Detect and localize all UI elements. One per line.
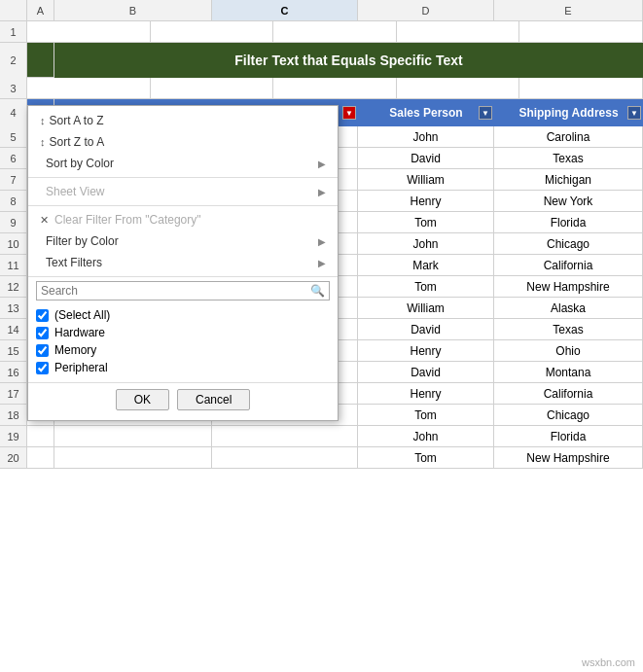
rownum-2: 2: [0, 43, 27, 78]
checkbox-item[interactable]: Hardware: [36, 324, 330, 341]
filter-salesperson-btn[interactable]: ▼: [479, 106, 492, 120]
rownum-13: 13: [0, 298, 27, 318]
cell-salesperson-5: John: [358, 126, 494, 147]
header-salesperson: Sales Person ▼: [358, 99, 494, 126]
checkbox-item[interactable]: Memory: [36, 341, 330, 359]
sort-z-a-item[interactable]: ↕Sort Z to A: [28, 131, 338, 153]
cell-salesperson-14: David: [358, 319, 494, 339]
cell-shipping-9: Florida: [494, 212, 643, 232]
cell-category-19: [212, 426, 358, 446]
sheet-view-item[interactable]: Sheet View ▶: [28, 181, 338, 202]
arrow-icon-3: ▶: [318, 236, 326, 247]
divider-1: [28, 177, 338, 178]
rownum-15: 15: [0, 340, 27, 361]
checkbox-1[interactable]: [36, 327, 49, 339]
cell-shipping-15: Ohio: [494, 340, 643, 361]
spreadsheet: A B C D E 1 2 Filter Text that Equals Sp…: [0, 0, 643, 672]
cell-shipping-14: Texas: [494, 319, 643, 339]
col-header-a: A: [27, 0, 54, 20]
cell-category-20: [212, 447, 358, 468]
rownum-17: 17: [0, 383, 27, 404]
page-title: Filter Text that Equals Specific Text: [54, 43, 643, 78]
checkbox-2[interactable]: [36, 344, 49, 357]
col-header-e: E: [494, 0, 643, 20]
rownum-14: 14: [0, 319, 27, 339]
filter-shipping-btn[interactable]: ▼: [627, 106, 641, 120]
cell-shipping-16: Montana: [494, 362, 643, 382]
sort-az-icon: ↕: [40, 115, 46, 126]
cell-salesperson-11: Mark: [358, 255, 494, 275]
clear-filter-icon: ✕: [40, 214, 49, 226]
row-1: 1: [0, 21, 643, 43]
rownum-16: 16: [0, 362, 27, 382]
arrow-icon-4: ▶: [318, 258, 326, 268]
rownum-19: 19: [0, 426, 27, 446]
col-header-b: B: [54, 0, 212, 20]
cell-shipping-12: New Hampshire: [494, 276, 643, 297]
ok-button[interactable]: OK: [116, 389, 169, 410]
corner-cell: [0, 0, 27, 20]
cell-shipping-7: Michigan: [494, 169, 643, 190]
sort-a-z-item[interactable]: ↕Sort A to Z: [28, 110, 338, 131]
arrow-icon-2: ▶: [318, 187, 326, 197]
rownum-12: 12: [0, 276, 27, 297]
arrow-icon: ▶: [318, 159, 326, 169]
filter-by-color-item[interactable]: Filter by Color ▶: [28, 230, 338, 252]
cell-a-20: [27, 447, 54, 468]
rownum-3: 3: [0, 78, 27, 98]
category-dropdown: ↕Sort A to Z ↕Sort Z to A Sort by Color …: [27, 105, 339, 421]
filter-category-btn[interactable]: ▼: [342, 106, 356, 120]
cell-salesperson-8: Henry: [358, 191, 494, 211]
cell-shipping-6: Texas: [494, 148, 643, 168]
col-header-c: C: [212, 0, 358, 20]
checkbox-0[interactable]: [36, 309, 49, 322]
cell-product-20: [54, 447, 212, 468]
col-header-row: A B C D E: [0, 0, 643, 21]
cell-salesperson-15: Henry: [358, 340, 494, 361]
rownum-1: 1: [0, 21, 27, 42]
table-row: 20 Tom New Hampshire: [0, 447, 643, 469]
cell-shipping-8: New York: [494, 191, 643, 211]
rownum-4: 4: [0, 99, 27, 126]
cell-shipping-13: Alaska: [494, 298, 643, 318]
cell-shipping-19: Florida: [494, 426, 643, 446]
checkbox-list: (Select All)HardwareMemoryPeripheral: [28, 304, 338, 378]
sort-by-color-item[interactable]: Sort by Color ▶: [28, 153, 338, 174]
rownum-5: 5: [0, 126, 27, 147]
cell-shipping-20: New Hampshire: [494, 447, 643, 468]
cell-shipping-5: Carolina: [494, 126, 643, 147]
clear-filter-item[interactable]: ✕Clear Filter From "Category": [28, 209, 338, 230]
table-row: 19 John Florida: [0, 426, 643, 447]
text-filters-item[interactable]: Text Filters ▶: [28, 252, 338, 273]
cell-shipping-11: California: [494, 255, 643, 275]
cell-salesperson-12: Tom: [358, 276, 494, 297]
cell-a-19: [27, 426, 54, 446]
search-input[interactable]: [37, 282, 306, 300]
cell-salesperson-17: Henry: [358, 383, 494, 404]
cell-salesperson-18: Tom: [358, 405, 494, 425]
rownum-11: 11: [0, 255, 27, 275]
col-header-d: D: [358, 0, 494, 20]
title-row: 2 Filter Text that Equals Specific Text: [0, 43, 643, 78]
rownum-8: 8: [0, 191, 27, 211]
cell-salesperson-6: David: [358, 148, 494, 168]
cell-salesperson-20: Tom: [358, 447, 494, 468]
rownum-10: 10: [0, 233, 27, 254]
cell-salesperson-9: Tom: [358, 212, 494, 232]
header-shipping: Shipping Address ▼: [494, 99, 643, 126]
cancel-button[interactable]: Cancel: [177, 389, 250, 410]
cell-salesperson-13: William: [358, 298, 494, 318]
rownum-7: 7: [0, 169, 27, 190]
checkbox-item[interactable]: Peripheral: [36, 359, 330, 376]
watermark: wsxbn.com: [582, 656, 635, 668]
divider-3: [28, 276, 338, 277]
checkbox-3[interactable]: [36, 362, 49, 374]
cell-salesperson-7: William: [358, 169, 494, 190]
sort-za-icon: ↕: [40, 136, 46, 148]
cell-product-19: [54, 426, 212, 446]
checkbox-item[interactable]: (Select All): [36, 306, 330, 324]
rownum-20: 20: [0, 447, 27, 468]
dialog-buttons: OK Cancel: [28, 382, 338, 416]
cell-salesperson-19: John: [358, 426, 494, 446]
divider-2: [28, 205, 338, 206]
